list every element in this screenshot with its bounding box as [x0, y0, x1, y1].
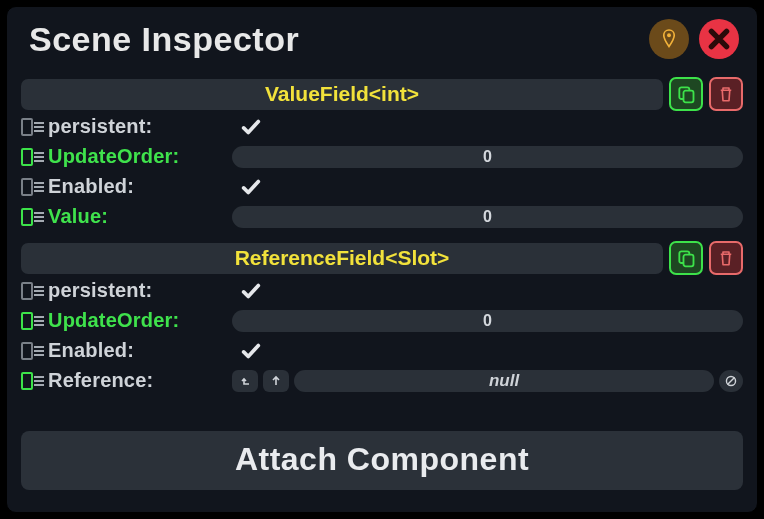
drive-box-icon	[21, 312, 33, 330]
grip-icon	[34, 212, 44, 222]
property-row: persistent:	[21, 276, 743, 305]
page-title: Scene Inspector	[29, 20, 639, 59]
ref-up-out-button[interactable]	[232, 370, 258, 392]
attach-component-button[interactable]: Attach Component	[21, 431, 743, 490]
drag-handle[interactable]	[21, 148, 44, 166]
property-label: UpdateOrder:	[48, 145, 232, 168]
duplicate-icon	[676, 84, 696, 104]
arrow-up-icon	[271, 375, 281, 387]
grip-icon	[34, 182, 44, 192]
inspector-panel: Scene Inspector ValueField<int> persiste…	[6, 6, 758, 513]
checkbox[interactable]	[240, 116, 262, 138]
drag-handle[interactable]	[21, 342, 44, 360]
reference-value[interactable]: null	[294, 370, 714, 392]
component-block: ValueField<int> persistent: UpdateOrder:…	[21, 77, 743, 231]
drive-box-icon	[21, 342, 33, 360]
close-icon	[706, 26, 732, 52]
grip-icon	[34, 376, 44, 386]
reference-clear-button[interactable]	[719, 370, 743, 392]
reference-field: null	[232, 370, 743, 392]
property-label: persistent:	[48, 279, 232, 302]
property-label: persistent:	[48, 115, 232, 138]
inspector-body: ValueField<int> persistent: UpdateOrder:…	[7, 67, 757, 417]
duplicate-button[interactable]	[669, 241, 703, 275]
drag-handle[interactable]	[21, 118, 44, 136]
property-label: Enabled:	[48, 175, 232, 198]
grip-icon	[34, 122, 44, 132]
duplicate-button[interactable]	[669, 77, 703, 111]
property-label: Enabled:	[48, 339, 232, 362]
drag-handle[interactable]	[21, 282, 44, 300]
svg-rect-2	[684, 91, 694, 103]
checkbox[interactable]	[240, 340, 262, 362]
drive-box-icon	[21, 282, 33, 300]
check-icon	[240, 176, 262, 198]
number-input[interactable]: 0	[232, 206, 743, 228]
drive-box-icon	[21, 372, 33, 390]
duplicate-icon	[676, 248, 696, 268]
ref-up-button[interactable]	[263, 370, 289, 392]
component-title[interactable]: ValueField<int>	[21, 79, 663, 110]
property-row: persistent:	[21, 112, 743, 141]
pin-button[interactable]	[649, 19, 689, 59]
property-row: UpdateOrder: 0	[21, 142, 743, 171]
drag-handle[interactable]	[21, 208, 44, 226]
property-label: UpdateOrder:	[48, 309, 232, 332]
property-row: Enabled:	[21, 336, 743, 365]
drag-handle[interactable]	[21, 312, 44, 330]
check-icon	[240, 116, 262, 138]
grip-icon	[34, 286, 44, 296]
check-icon	[240, 280, 262, 302]
property-row: Reference: null	[21, 366, 743, 395]
null-icon	[724, 374, 738, 388]
property-label: Reference:	[48, 369, 232, 392]
svg-rect-4	[684, 255, 694, 267]
number-input[interactable]: 0	[232, 310, 743, 332]
header: Scene Inspector	[7, 7, 757, 67]
trash-icon	[717, 248, 735, 268]
grip-icon	[34, 152, 44, 162]
property-row: Value: 0	[21, 202, 743, 231]
property-row: Enabled:	[21, 172, 743, 201]
drive-box-icon	[21, 148, 33, 166]
svg-point-0	[667, 33, 671, 37]
property-label: Value:	[48, 205, 232, 228]
component-title[interactable]: ReferenceField<Slot>	[21, 243, 663, 274]
number-input[interactable]: 0	[232, 146, 743, 168]
drive-box-icon	[21, 118, 33, 136]
drag-handle[interactable]	[21, 178, 44, 196]
drag-handle[interactable]	[21, 372, 44, 390]
component-header: ValueField<int>	[21, 77, 743, 111]
grip-icon	[34, 316, 44, 326]
checkbox[interactable]	[240, 176, 262, 198]
arrow-up-turn-icon	[239, 375, 251, 387]
pin-icon	[660, 28, 678, 50]
delete-button[interactable]	[709, 241, 743, 275]
component-block: ReferenceField<Slot> persistent: UpdateO…	[21, 241, 743, 395]
check-icon	[240, 340, 262, 362]
drive-box-icon	[21, 208, 33, 226]
checkbox[interactable]	[240, 280, 262, 302]
delete-button[interactable]	[709, 77, 743, 111]
component-header: ReferenceField<Slot>	[21, 241, 743, 275]
drive-box-icon	[21, 178, 33, 196]
property-row: UpdateOrder: 0	[21, 306, 743, 335]
grip-icon	[34, 346, 44, 356]
trash-icon	[717, 84, 735, 104]
close-button[interactable]	[699, 19, 739, 59]
